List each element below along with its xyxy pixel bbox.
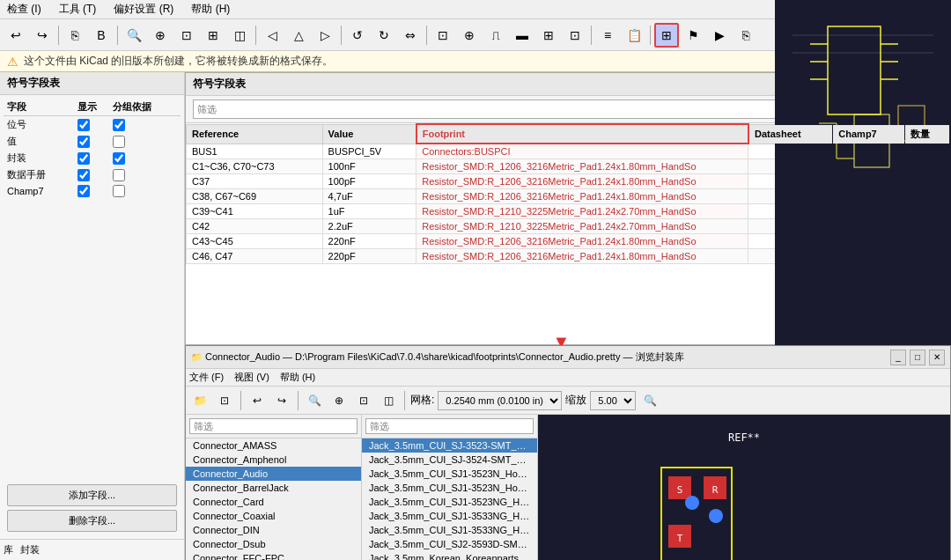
fp-maximize-btn[interactable]: □: [910, 350, 925, 365]
fp-minimize-btn[interactable]: _: [890, 350, 906, 365]
mirror-btn[interactable]: ⇔: [398, 23, 423, 48]
fp-zoom-select[interactable]: 5.00: [590, 391, 636, 410]
zoom-area-btn[interactable]: ◫: [227, 23, 252, 48]
menu-item-prefs[interactable]: 偏好设置 (R): [110, 1, 177, 18]
fp-fp-list[interactable]: Jack_3.5mm_CUI_SJ-3523-SMT_Horizo...Jack…: [362, 438, 537, 560]
field-group-value[interactable]: [113, 136, 125, 148]
erc-btn[interactable]: ⚑: [681, 23, 705, 48]
footprint-item[interactable]: Jack_3.5mm_CUI_SJ1-3533NG_Horizon...: [362, 509, 537, 523]
cell-footprint[interactable]: Connectors:BUSPCI: [417, 144, 748, 159]
cell-footprint[interactable]: Resistor_SMD:R_1206_3216Metric_Pad1.24x1…: [417, 249, 748, 264]
fp-zoom-out[interactable]: 🔍: [304, 390, 325, 411]
zoom-out-btn[interactable]: 🔍: [122, 23, 146, 48]
library-item[interactable]: Connector_Coaxial: [186, 509, 361, 523]
fp-tool-undo[interactable]: ↩: [247, 390, 268, 411]
library-item[interactable]: Connector_Dsub: [186, 537, 361, 551]
footprint-item[interactable]: Jack_3.5mm_CUI_SJ1-3533NG_Horizo...: [362, 523, 537, 537]
fp-zoom-area[interactable]: ◫: [378, 390, 399, 411]
component-btn[interactable]: ⊡: [431, 23, 455, 48]
dialog-search-input[interactable]: [193, 99, 840, 119]
col-header-ref[interactable]: Reference: [187, 124, 323, 144]
fp-tool-2[interactable]: ⊡: [214, 390, 235, 411]
menu-item-check[interactable]: 检查 (I): [4, 1, 45, 18]
bus-btn[interactable]: ▬: [510, 23, 534, 48]
footprint-item[interactable]: Jack_3.5mm_Korean_KoreanpartsElec_PJ-3..…: [362, 551, 537, 560]
bom-btn[interactable]: 📋: [622, 23, 646, 48]
library-item[interactable]: Connector_BarrelJack: [186, 481, 361, 495]
nav-left-btn[interactable]: ◁: [260, 23, 284, 48]
field-group-ref[interactable]: [113, 119, 125, 131]
cell-footprint[interactable]: Resistor_SMD:R_1210_3225Metric_Pad1.24x2…: [417, 219, 748, 234]
rotate-cw-btn[interactable]: ↻: [372, 23, 396, 48]
footprint-item[interactable]: Jack_3.5mm_CUI_SJ2-3593D-SMT_Hor...: [362, 537, 537, 551]
field-display-ref[interactable]: [77, 119, 90, 131]
redo-btn[interactable]: ↪: [30, 23, 55, 48]
fp-lib-list[interactable]: Connector_AMASSConnector_AmphenolConnect…: [186, 438, 361, 560]
footprint-item[interactable]: Jack_3.5mm_CUI_SJ-3524-SMT_Horizo...: [362, 453, 537, 467]
menu-item-help[interactable]: 帮助 (H): [188, 1, 233, 18]
field-group-footprint[interactable]: [113, 152, 125, 165]
library-item[interactable]: Connector_Audio: [186, 467, 361, 481]
hiearchical-btn[interactable]: ⊡: [563, 23, 587, 48]
fp-close-btn[interactable]: ✕: [929, 350, 945, 365]
fields-table-btn[interactable]: ⊞: [654, 23, 679, 48]
fp-zoom-in[interactable]: ⊕: [328, 390, 350, 411]
fp-tool-redo[interactable]: ↪: [271, 390, 292, 411]
zoom-fit-btn[interactable]: ⊡: [174, 23, 199, 48]
footprint-item[interactable]: Jack_3.5mm_CUI_SJ1-3523NG_Horizon...: [362, 495, 537, 509]
place-btn[interactable]: ⊕: [457, 23, 482, 48]
netlist-btn[interactable]: ≡: [595, 23, 620, 48]
library-item[interactable]: Connector_AMASS: [186, 438, 361, 453]
fp-grid-select[interactable]: 0.2540 mm (0.0100 in): [438, 391, 562, 410]
cell-footprint[interactable]: Resistor_SMD:R_1206_3216Metric_Pad1.24x1…: [417, 189, 748, 204]
cell-ref: C46, C47: [187, 249, 323, 264]
field-display-value[interactable]: [77, 136, 90, 148]
cell-footprint[interactable]: Resistor_SMD:R_1206_3216Metric_Pad1.24x1…: [417, 159, 748, 174]
col-header-datasheet[interactable]: Datasheet: [748, 124, 833, 144]
field-display-datasheet[interactable]: [77, 169, 90, 181]
fp-menu-help[interactable]: 帮助 (H): [280, 371, 315, 384]
col-header-value[interactable]: Value: [322, 124, 417, 144]
menu-item-tools[interactable]: 工具 (T): [55, 1, 100, 18]
simulate-btn[interactable]: ▶: [707, 23, 732, 48]
field-group-datasheet[interactable]: [113, 169, 125, 181]
cell-footprint[interactable]: Resistor_SMD:R_1206_3216Metric_Pad1.24x1…: [417, 234, 748, 249]
col-header-champ7[interactable]: Champ7: [833, 124, 905, 144]
fp-zoom-fit[interactable]: ⊡: [353, 390, 374, 411]
cell-footprint[interactable]: Resistor_SMD:R_1206_3216Metric_Pad1.24x1…: [417, 174, 748, 189]
footprint-item[interactable]: Jack_3.5mm_CUI_SJ1-3523N_Horizontal...: [362, 481, 537, 495]
nav-up-btn[interactable]: △: [286, 23, 311, 48]
rotate-ccw-btn[interactable]: ↺: [345, 23, 370, 48]
zoom-select-btn[interactable]: ⊞: [201, 23, 225, 48]
library-item[interactable]: Connector_DIN: [186, 523, 361, 537]
script-btn[interactable]: ⎘: [734, 23, 758, 48]
nav-right-btn[interactable]: ▷: [313, 23, 337, 48]
library-item[interactable]: Connector_Amphenol: [186, 453, 361, 467]
fp-title-text: Connector_Audio — D:\Program Files\KiCad…: [205, 350, 887, 364]
netflag-btn[interactable]: ⊞: [536, 23, 561, 48]
footprint-item[interactable]: Jack_3.5mm_CUI_SJ-3523-SMT_Horizo...: [362, 438, 537, 453]
remove-field-btn[interactable]: 删除字段...: [7, 510, 177, 532]
copy-btn[interactable]: ⎘: [63, 23, 87, 48]
library-item[interactable]: Connector_FFC-FPC: [186, 551, 361, 560]
fp-zoom-loupe[interactable]: 🔍: [639, 390, 660, 411]
field-group-champ7[interactable]: [113, 185, 125, 197]
fp-menu-view[interactable]: 视图 (V): [234, 371, 269, 384]
undo-btn[interactable]: ↩: [4, 23, 28, 48]
library-item[interactable]: Connector_Card: [186, 495, 361, 509]
zoom-in-btn[interactable]: ⊕: [148, 23, 173, 48]
toolbar-sep-4: [341, 26, 342, 45]
fp-menu-file[interactable]: 文件 (F): [189, 371, 224, 384]
footprint-item[interactable]: Jack_3.5mm_CUI_SJ1-3523N_Horizontal: [362, 467, 537, 481]
fp-lib-search-input[interactable]: [189, 418, 358, 434]
col-header-qty[interactable]: 数量: [905, 124, 950, 144]
format-btn[interactable]: B: [89, 23, 114, 48]
field-display-footprint[interactable]: [77, 152, 90, 165]
cell-footprint[interactable]: Resistor_SMD:R_1210_3225Metric_Pad1.24x2…: [417, 204, 748, 219]
col-header-footprint[interactable]: Footprint: [417, 124, 748, 144]
fp-fp-search-input[interactable]: [365, 418, 534, 434]
wire-btn[interactable]: ⎍: [483, 23, 508, 48]
add-field-btn[interactable]: 添加字段...: [7, 484, 177, 506]
field-display-champ7[interactable]: [77, 185, 90, 197]
fp-tool-1[interactable]: 📁: [189, 390, 210, 411]
